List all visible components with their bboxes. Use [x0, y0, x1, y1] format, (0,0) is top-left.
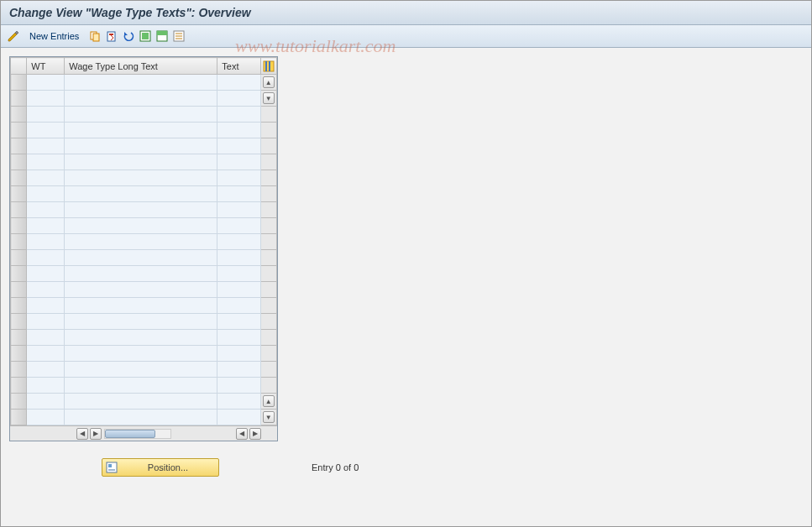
cell-wt[interactable] [27, 394, 65, 410]
cell-text[interactable] [217, 91, 260, 107]
hscroll-column-right-button[interactable]: ▶ [249, 428, 261, 440]
cell-long_text[interactable] [65, 378, 217, 394]
cell-long_text[interactable] [65, 218, 217, 234]
cell-long_text[interactable] [65, 282, 217, 298]
cell-text[interactable] [217, 266, 260, 282]
row-selector[interactable] [11, 298, 27, 314]
cell-long_text[interactable] [65, 170, 217, 186]
cell-long_text[interactable] [65, 123, 217, 138]
row-selector[interactable] [11, 234, 27, 250]
row-selector[interactable] [11, 123, 27, 138]
row-selector[interactable] [11, 378, 27, 394]
row-selector[interactable] [11, 186, 27, 202]
cell-wt[interactable] [27, 75, 65, 91]
vscroll-page-down-button[interactable]: ▲ [263, 395, 275, 407]
cell-wt[interactable] [27, 282, 65, 298]
cell-text[interactable] [217, 298, 260, 314]
cell-wt[interactable] [27, 170, 65, 186]
row-selector[interactable] [11, 91, 27, 107]
row-selector[interactable] [11, 107, 27, 123]
delete-icon[interactable] [104, 29, 119, 44]
toggle-change-icon[interactable] [6, 29, 21, 44]
cell-text[interactable] [217, 362, 260, 378]
cell-wt[interactable] [27, 250, 65, 266]
cell-wt[interactable] [27, 362, 65, 378]
position-button[interactable]: Position... [102, 458, 219, 477]
cell-text[interactable] [217, 202, 260, 218]
row-selector[interactable] [11, 362, 27, 378]
cell-wt[interactable] [27, 330, 65, 346]
cell-long_text[interactable] [65, 314, 217, 330]
row-selector[interactable] [11, 330, 27, 346]
cell-text[interactable] [217, 314, 260, 330]
cell-text[interactable] [217, 218, 260, 234]
copy-as-icon[interactable] [87, 29, 102, 44]
row-selector[interactable] [11, 218, 27, 234]
cell-long_text[interactable] [65, 234, 217, 250]
cell-text[interactable] [217, 330, 260, 346]
vscroll-page-up-button[interactable]: ▼ [263, 92, 275, 104]
cell-text[interactable] [217, 138, 260, 154]
cell-long_text[interactable] [65, 186, 217, 202]
cell-long_text[interactable] [65, 346, 217, 362]
cell-text[interactable] [217, 346, 260, 362]
cell-long_text[interactable] [65, 330, 217, 346]
cell-wt[interactable] [27, 154, 65, 170]
cell-wt[interactable] [27, 186, 65, 202]
cell-text[interactable] [217, 170, 260, 186]
row-selector[interactable] [11, 282, 27, 298]
select-all-icon[interactable] [138, 29, 153, 44]
cell-text[interactable] [217, 186, 260, 202]
cell-long_text[interactable] [65, 75, 217, 91]
cell-text[interactable] [217, 123, 260, 138]
cell-long_text[interactable] [65, 202, 217, 218]
cell-wt[interactable] [27, 266, 65, 282]
cell-wt[interactable] [27, 107, 65, 123]
hscroll-thumb[interactable] [105, 430, 155, 438]
cell-long_text[interactable] [65, 362, 217, 378]
cell-wt[interactable] [27, 346, 65, 362]
cell-long_text[interactable] [65, 154, 217, 170]
hscroll-column-left-button[interactable]: ◀ [76, 428, 88, 440]
cell-long_text[interactable] [65, 394, 217, 410]
cell-text[interactable] [217, 378, 260, 394]
cell-text[interactable] [217, 282, 260, 298]
hscroll-track[interactable] [104, 429, 171, 439]
cell-text[interactable] [217, 250, 260, 266]
cell-wt[interactable] [27, 218, 65, 234]
cell-wt[interactable] [27, 410, 65, 425]
cell-long_text[interactable] [65, 298, 217, 314]
cell-long_text[interactable] [65, 107, 217, 123]
row-selector[interactable] [11, 154, 27, 170]
hscroll-step-left-button[interactable]: ▶ [90, 428, 102, 440]
select-block-icon[interactable] [155, 29, 170, 44]
row-selector[interactable] [11, 75, 27, 91]
cell-text[interactable] [217, 75, 260, 91]
cell-long_text[interactable] [65, 266, 217, 282]
row-selector[interactable] [11, 202, 27, 218]
cell-long_text[interactable] [65, 410, 217, 425]
column-header-wt[interactable]: WT [27, 58, 65, 75]
row-selector[interactable] [11, 346, 27, 362]
undo-change-icon[interactable] [121, 29, 136, 44]
column-header-long-text[interactable]: Wage Type Long Text [65, 58, 217, 75]
cell-wt[interactable] [27, 378, 65, 394]
cell-text[interactable] [217, 394, 260, 410]
row-selector[interactable] [11, 394, 27, 410]
cell-text[interactable] [217, 410, 260, 425]
vscroll-up-button[interactable]: ▲ [263, 76, 275, 88]
row-selector[interactable] [11, 250, 27, 266]
cell-wt[interactable] [27, 138, 65, 154]
hscroll-step-right-button[interactable]: ◀ [236, 428, 248, 440]
cell-wt[interactable] [27, 202, 65, 218]
cell-wt[interactable] [27, 91, 65, 107]
new-entries-button[interactable]: New Entries [23, 29, 86, 44]
vscroll-down-button[interactable]: ▼ [263, 411, 275, 423]
cell-long_text[interactable] [65, 91, 217, 107]
row-selector[interactable] [11, 266, 27, 282]
table-configure-button[interactable] [260, 58, 276, 75]
row-selector[interactable] [11, 138, 27, 154]
row-selector[interactable] [11, 314, 27, 330]
cell-wt[interactable] [27, 234, 65, 250]
row-selector[interactable] [11, 170, 27, 186]
